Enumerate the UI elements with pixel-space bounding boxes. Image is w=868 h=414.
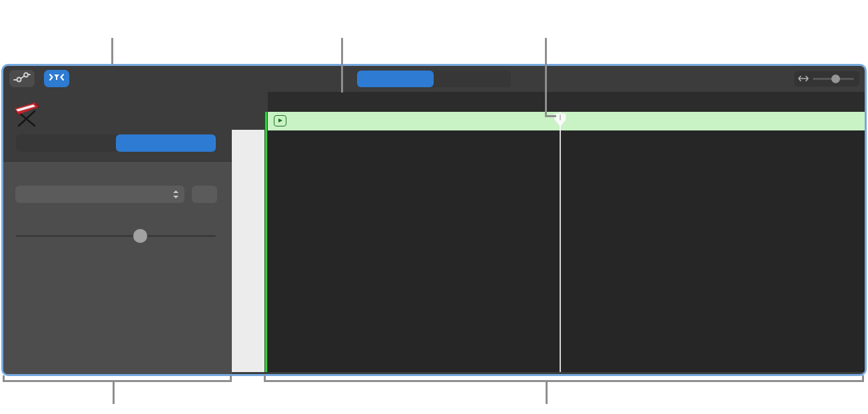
tab-notes[interactable] [116, 134, 216, 152]
callout-line-inspector [111, 38, 113, 65]
piano-keyboard[interactable] [232, 130, 264, 372]
midi-transform-icon [48, 72, 65, 85]
view-tabs [357, 71, 511, 87]
chevron-up-down-icon [173, 190, 179, 198]
beat-ruler[interactable] [268, 92, 865, 112]
track-instrument-icon [12, 98, 41, 128]
horizontal-zoom-control [794, 71, 859, 87]
horizontal-arrows-icon [798, 74, 809, 86]
zoom-slider-knob[interactable] [831, 75, 840, 83]
callout-bracket-left [3, 380, 232, 382]
region-start-edge [264, 112, 268, 372]
tab-region[interactable] [16, 134, 116, 152]
time-quantize-select[interactable] [15, 186, 185, 203]
tab-score[interactable] [434, 71, 511, 87]
midi-in-button[interactable] [44, 70, 69, 87]
screenshot-stage [0, 0, 868, 414]
automation-curve-icon [13, 72, 31, 85]
callout-bracket-right [264, 380, 864, 382]
piano-roll-editor-window [1, 64, 867, 376]
region-play-button[interactable] [274, 115, 286, 126]
callout-line-playhead-elbow [545, 115, 556, 117]
playhead-line[interactable] [560, 112, 561, 372]
callout-bracket-left-drop [113, 382, 115, 404]
inspector-mode-tabs [16, 134, 216, 152]
velocity-slider-knob[interactable] [133, 229, 147, 243]
callout-bracket-right-drop [546, 382, 548, 404]
quantize-apply-button[interactable] [192, 186, 217, 203]
tab-piano-roll[interactable] [357, 71, 434, 87]
callout-line-ruler [341, 38, 343, 93]
callout-line-playhead [545, 38, 547, 117]
automation-button[interactable] [9, 70, 35, 87]
note-grid[interactable] [268, 130, 865, 372]
velocity-slider-track[interactable] [16, 235, 216, 237]
play-icon [278, 118, 282, 122]
